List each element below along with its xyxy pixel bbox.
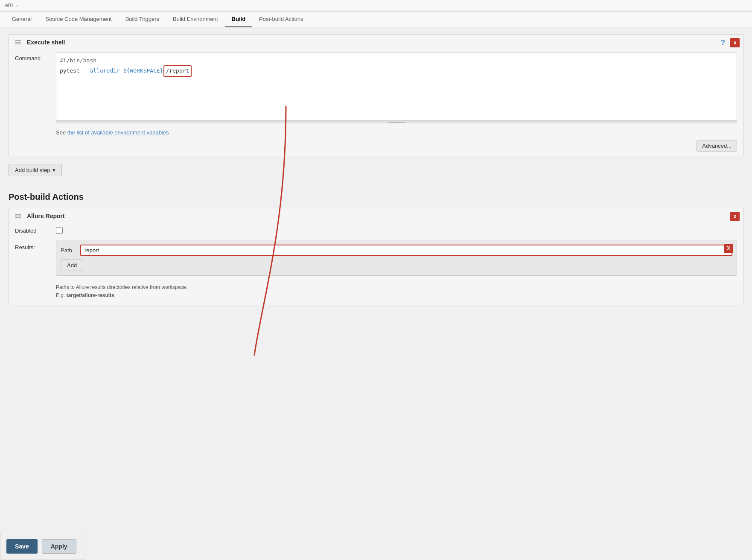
section-divider — [9, 185, 743, 185]
tab-source-code[interactable]: Source Code Management — [38, 12, 118, 27]
execute-shell-card: Execute shell x ? Command #!/bin/bash py… — [9, 34, 743, 157]
tab-build-triggers[interactable]: Build Triggers — [119, 12, 166, 27]
allure-report-header: Allure Report — [9, 208, 743, 224]
results-row: Results: X Path Add — [9, 237, 743, 278]
help-icon[interactable]: ? — [718, 38, 728, 47]
bottom-action-bar: Save Apply — [0, 533, 85, 560]
advanced-row: Advanced... — [9, 137, 743, 157]
execute-shell-header: Execute shell — [9, 35, 743, 50]
disabled-checkbox[interactable] — [56, 227, 63, 234]
results-label: Results: — [15, 240, 49, 251]
path-row: Path — [61, 245, 732, 256]
disabled-row: Disabled — [9, 224, 743, 237]
env-link-row: See the list of available environment va… — [9, 128, 743, 137]
dropdown-chevron-icon: ▾ — [52, 167, 55, 173]
command-row: Command #!/bin/bash pytest --alluredir $… — [9, 50, 743, 128]
tab-post-build[interactable]: Post-build Actions — [252, 12, 310, 27]
allure-report-title: Allure Report — [27, 213, 65, 219]
post-build-title: Post-build Actions — [9, 192, 743, 202]
tab-build-environment[interactable]: Build Environment — [166, 12, 225, 27]
result-item-close-btn[interactable]: X — [724, 244, 733, 253]
project-label: e01 — [5, 3, 14, 9]
env-link-prefix: See — [56, 129, 67, 136]
cmd-workspace-var: ${WORKSPACE} — [123, 67, 163, 74]
description-line1: Paths to Allure results directories rela… — [56, 284, 187, 290]
tab-general[interactable]: General — [5, 12, 38, 27]
command-line2: pytest --alluredir ${WORKSPACE}/report — [60, 65, 733, 77]
allure-drag-handle — [15, 214, 21, 218]
command-label: Command — [15, 52, 49, 61]
cmd-alluredir: --alluredir — [83, 67, 123, 74]
description-suffix: . — [114, 292, 116, 298]
command-field: #!/bin/bash pytest --alluredir ${WORKSPA… — [56, 52, 737, 123]
add-build-step-label: Add build step — [15, 167, 50, 173]
disabled-label: Disabled — [15, 228, 49, 234]
save-button[interactable]: Save — [6, 539, 38, 554]
execute-shell-close-btn[interactable]: x — [730, 38, 740, 47]
path-label: Path — [61, 247, 76, 254]
add-path-btn[interactable]: Add — [61, 260, 83, 271]
command-line1: #!/bin/bash — [60, 56, 733, 65]
env-link[interactable]: the list of available environment variab… — [67, 129, 169, 136]
top-bar: e01 › — [0, 0, 752, 12]
add-build-step-button[interactable]: Add build step ▾ — [9, 164, 62, 176]
tab-build[interactable]: Build — [225, 12, 253, 27]
tabs-bar: General Source Code Management Build Tri… — [0, 12, 752, 27]
cmd-report-highlighted: /report — [163, 65, 192, 77]
description-eg-prefix: E.g. — [56, 292, 67, 298]
execute-shell-title: Execute shell — [27, 39, 65, 46]
cmd-pytest: pytest — [60, 67, 83, 74]
drag-handle — [15, 40, 21, 44]
allure-report-card: Allure Report x Disabled Results: X Path… — [9, 208, 743, 306]
allure-close-btn[interactable]: x — [730, 212, 740, 221]
description-bold: target/allure-results — [67, 292, 114, 298]
results-container: X Path Add — [56, 240, 737, 276]
breadcrumb-chevron: › — [16, 3, 18, 9]
path-input[interactable] — [80, 245, 732, 256]
paths-description: Paths to Allure results directories rela… — [9, 282, 743, 301]
apply-button[interactable]: Apply — [42, 539, 76, 554]
advanced-button[interactable]: Advanced... — [697, 140, 737, 152]
